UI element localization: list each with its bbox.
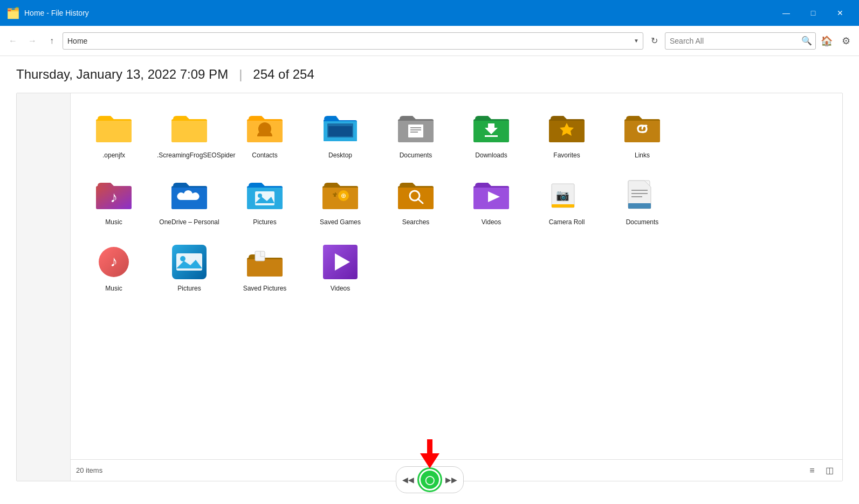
file-item[interactable]: ♪ Music: [76, 237, 152, 299]
settings-button[interactable]: ⚙: [837, 32, 855, 50]
file-item[interactable]: Documents: [604, 171, 680, 232]
file-icon-folder-searches: [396, 176, 435, 215]
file-item[interactable]: OneDrive – Personal: [152, 171, 227, 232]
svg-point-38: [180, 256, 185, 261]
file-item[interactable]: Favorites: [529, 104, 604, 165]
arrow-head: [420, 453, 439, 468]
sidebar-strip: [17, 93, 71, 481]
file-item[interactable]: Desktop: [303, 104, 378, 165]
file-label: OneDrive – Personal: [159, 218, 219, 227]
file-label: Downloads: [475, 151, 507, 160]
svg-point-1: [262, 123, 268, 130]
address-dropdown-button[interactable]: ▼: [630, 32, 643, 50]
back-button[interactable]: ←: [4, 32, 22, 50]
svg-rect-4: [328, 125, 352, 136]
file-label: Documents: [626, 218, 659, 227]
file-label: Saved Games: [320, 218, 361, 227]
main-content: Thursday, January 13, 2022 7:09 PM | 254…: [0, 56, 859, 504]
file-item[interactable]: ⊕ Saved Games: [303, 171, 378, 232]
file-label: Pictures: [253, 218, 276, 227]
file-label: Camera Roll: [549, 218, 585, 227]
file-label: Saved Pictures: [243, 285, 287, 293]
play-icon: ◯: [425, 475, 435, 485]
file-item[interactable]: Pictures: [227, 171, 303, 232]
file-icon-folder-savedpictures: [245, 243, 284, 281]
file-label: Documents: [400, 151, 432, 160]
svg-rect-26: [552, 204, 574, 208]
file-item[interactable]: ♪ Music: [76, 171, 152, 232]
file-item[interactable]: Videos: [303, 237, 378, 299]
file-item[interactable]: .ScreamingFrogSEOSpider: [152, 104, 227, 165]
svg-rect-29: [628, 203, 651, 209]
svg-rect-11: [485, 135, 498, 137]
file-icon-app-pictures: [170, 243, 209, 281]
file-label: Links: [635, 151, 650, 160]
svg-text:📷: 📷: [556, 189, 569, 202]
file-label: Music: [105, 218, 122, 227]
svg-text:♪: ♪: [110, 253, 118, 270]
file-icon-app-music: ♪: [94, 243, 133, 281]
grid-view-button[interactable]: ◫: [822, 463, 837, 478]
up-button[interactable]: ↑: [43, 32, 60, 50]
file-icon-folder-yellow: [94, 109, 133, 148]
red-arrow-container: [416, 439, 443, 472]
file-label: Desktop: [328, 151, 352, 160]
list-view-button[interactable]: ≡: [805, 463, 820, 478]
close-button[interactable]: ✕: [828, 0, 853, 26]
file-item[interactable]: Downloads: [453, 104, 529, 165]
date-info: Thursday, January 13, 2022 7:09 PM | 254…: [16, 67, 843, 82]
file-label: Videos: [482, 218, 501, 227]
svg-rect-21: [335, 192, 336, 197]
file-label: .ScreamingFrogSEOSpider: [157, 151, 222, 160]
file-grid-outer: .openjfx .ScreamingFrogSEOSpider Contact…: [71, 93, 842, 481]
file-icon-folder-pictures: [245, 176, 284, 215]
file-icon-folder-downloads: [472, 109, 511, 148]
file-icon-file-documents: [623, 176, 662, 215]
minimize-button[interactable]: —: [774, 0, 799, 26]
date-divider: |: [239, 67, 242, 82]
file-label: Pictures: [177, 285, 201, 293]
file-item[interactable]: 📷 Camera Roll: [529, 171, 604, 232]
file-icon-folder-videos-purple: [472, 176, 511, 215]
search-wrap: 🔍: [665, 32, 816, 50]
svg-rect-40: [255, 251, 265, 261]
file-item[interactable]: Videos: [453, 171, 529, 232]
playback-area: ◀◀ ◯ ▶▶: [396, 439, 464, 493]
file-label: Music: [105, 285, 122, 293]
play-button[interactable]: ◯: [419, 469, 441, 491]
file-icon-file-camera: 📷: [547, 176, 586, 215]
view-buttons: ≡ ◫: [805, 463, 837, 478]
maximize-button[interactable]: □: [801, 0, 826, 26]
next-button[interactable]: ▶▶: [444, 472, 459, 487]
refresh-button[interactable]: ↻: [645, 32, 663, 50]
date-text: Thursday, January 13, 2022 7:09 PM: [16, 67, 228, 82]
file-label: Contacts: [252, 151, 277, 160]
file-item[interactable]: .openjfx: [76, 104, 152, 165]
count-text: 254 of 254: [253, 67, 314, 82]
svg-text:⊕: ⊕: [341, 192, 346, 199]
svg-rect-6: [408, 125, 423, 137]
file-item[interactable]: Links: [604, 104, 680, 165]
file-item[interactable]: Contacts: [227, 104, 303, 165]
file-item[interactable]: Searches: [378, 171, 453, 232]
prev-button[interactable]: ◀◀: [401, 472, 416, 487]
file-icon-folder-yellow: [170, 109, 209, 148]
search-input[interactable]: [665, 37, 798, 45]
title-bar: 🗂️ Home - File History — □ ✕: [0, 0, 859, 26]
file-icon-folder-documents: [396, 109, 435, 148]
file-icon-folder-contacts: [245, 109, 284, 148]
svg-text:♪: ♪: [110, 189, 118, 205]
file-icon-app-videos: [321, 243, 360, 281]
file-label: Favorites: [553, 151, 580, 160]
file-item[interactable]: Documents: [378, 104, 453, 165]
home-button[interactable]: 🏠: [818, 32, 835, 50]
file-label: Searches: [402, 218, 430, 227]
forward-button[interactable]: →: [24, 32, 41, 50]
title-controls: — □ ✕: [774, 0, 853, 26]
title-bar-left: 🗂️ Home - File History: [6, 6, 89, 19]
address-input[interactable]: [63, 37, 630, 45]
file-grid: .openjfx .ScreamingFrogSEOSpider Contact…: [76, 104, 837, 299]
file-item[interactable]: Pictures: [152, 237, 227, 299]
search-button[interactable]: 🔍: [798, 32, 815, 50]
file-item[interactable]: Saved Pictures: [227, 237, 303, 299]
